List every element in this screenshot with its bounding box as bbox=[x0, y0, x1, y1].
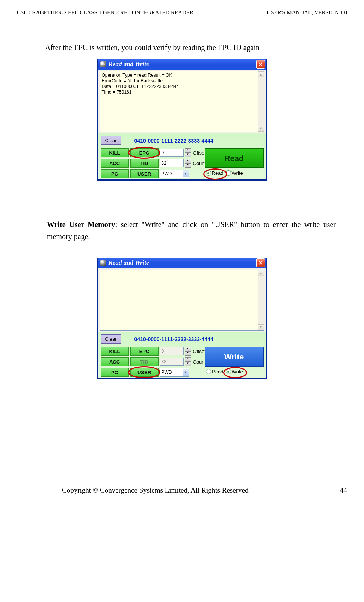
offset-input[interactable] bbox=[160, 149, 184, 157]
offset-input bbox=[160, 347, 184, 355]
result-line: Time = 759161 bbox=[102, 89, 257, 95]
radio-read-label: Read bbox=[212, 170, 224, 176]
count-spinner: ▲▼ bbox=[185, 357, 191, 366]
result-line: ErrorCode = NoTagBackscatter bbox=[102, 78, 257, 84]
radio-write-label: Write bbox=[232, 369, 243, 375]
radio-write-label: Write bbox=[232, 170, 243, 176]
scroll-up-icon[interactable]: ▲ bbox=[258, 270, 264, 276]
header-divider bbox=[17, 17, 347, 17]
user-button[interactable]: USER bbox=[130, 169, 159, 178]
pwd-dropdown[interactable]: PWD ▼ bbox=[160, 368, 189, 377]
epc-id-display: 0410-0000-1111-2222-3333-4444 bbox=[134, 336, 213, 342]
close-button[interactable]: ✕ bbox=[256, 60, 265, 69]
radio-write[interactable]: Write bbox=[226, 369, 243, 375]
write-user-bold: Write User Memory bbox=[47, 220, 115, 229]
screenshot-write: Read and Write ✕ ▲ ▼ Clear 0410-0000-111… bbox=[97, 258, 267, 379]
app-icon bbox=[100, 260, 106, 266]
result-textarea[interactable]: ▲ ▼ bbox=[100, 270, 264, 331]
scroll-up-icon[interactable]: ▲ bbox=[258, 71, 264, 77]
footer-copyright: Copyright © Convergence Systems Limited,… bbox=[62, 486, 248, 494]
write-big-button[interactable]: Write bbox=[205, 347, 264, 367]
radio-write[interactable]: Write bbox=[226, 170, 243, 176]
read-big-button[interactable]: Read bbox=[205, 148, 264, 168]
count-label: Count bbox=[193, 161, 206, 166]
close-button[interactable]: ✕ bbox=[256, 258, 265, 267]
pc-button[interactable]: PC bbox=[101, 169, 129, 178]
control-panel: Clear 0410-0000-1111-2222-3333-4444 KILL… bbox=[98, 332, 266, 378]
paragraph-verify: After the EPC is written, you could veri… bbox=[45, 41, 336, 53]
window-title: Read and Write bbox=[109, 61, 256, 68]
paragraph-write-user: Write User Memory: select "Write" and cl… bbox=[47, 218, 336, 243]
window-title: Read and Write bbox=[109, 259, 256, 267]
app-icon bbox=[100, 61, 106, 67]
count-label: Count bbox=[193, 359, 206, 365]
pwd-dropdown[interactable]: PWD ▼ bbox=[160, 170, 189, 178]
radio-read[interactable]: Read bbox=[206, 170, 224, 176]
tid-button[interactable]: TID bbox=[130, 159, 159, 168]
dropdown-value: PWD bbox=[162, 171, 172, 176]
kill-button[interactable]: KILL bbox=[101, 347, 129, 356]
chevron-down-icon: ▼ bbox=[183, 369, 189, 376]
count-input bbox=[160, 358, 184, 366]
kill-button[interactable]: KILL bbox=[101, 148, 129, 157]
offset-label: Offset bbox=[193, 150, 206, 156]
control-panel: Clear 0410-0000-1111-2222-3333-4444 KILL… bbox=[98, 133, 266, 179]
offset-label: Offset bbox=[193, 349, 206, 354]
header-left: CSL CS203ETHER-2 EPC CLASS 1 GEN 2 RFID … bbox=[17, 9, 193, 16]
epc-button[interactable]: EPC bbox=[130, 148, 159, 157]
offset-spinner[interactable]: ▲▼ bbox=[185, 148, 191, 157]
count-input[interactable] bbox=[160, 159, 184, 167]
dropdown-value: PWD bbox=[162, 370, 172, 375]
result-textarea[interactable]: Operation Type = read Result = OK ErrorC… bbox=[100, 71, 264, 132]
close-icon: ✕ bbox=[258, 61, 263, 67]
header-right: USER'S MANUAL, VERSION 1.0 bbox=[267, 9, 347, 16]
radio-read-label: Read bbox=[212, 369, 224, 375]
footer-page-number: 44 bbox=[340, 486, 347, 494]
clear-button[interactable]: Clear bbox=[101, 136, 121, 145]
tid-button[interactable]: TID bbox=[130, 357, 159, 366]
epc-button[interactable]: EPC bbox=[130, 347, 159, 356]
pc-button[interactable]: PC bbox=[101, 368, 129, 377]
chevron-down-icon: ▼ bbox=[183, 170, 189, 177]
result-line: Data = 0410000011112222233334444 bbox=[102, 84, 257, 89]
result-line: Operation Type = read Result = OK bbox=[102, 73, 257, 78]
screenshot-read: Read and Write ✕ Operation Type = read R… bbox=[97, 59, 267, 181]
window-titlebar: Read and Write ✕ bbox=[98, 258, 266, 268]
clear-button[interactable]: Clear bbox=[101, 334, 121, 344]
offset-spinner: ▲▼ bbox=[185, 347, 191, 356]
user-button[interactable]: USER bbox=[130, 368, 159, 377]
scroll-down-icon[interactable]: ▼ bbox=[258, 126, 264, 132]
acc-button[interactable]: ACC bbox=[101, 159, 129, 168]
scroll-down-icon[interactable]: ▼ bbox=[258, 324, 264, 330]
window-titlebar: Read and Write ✕ bbox=[98, 59, 266, 70]
count-spinner[interactable]: ▲▼ bbox=[185, 159, 191, 168]
scrollbar[interactable]: ▲ ▼ bbox=[258, 71, 264, 132]
scrollbar[interactable]: ▲ ▼ bbox=[258, 270, 264, 330]
close-icon: ✕ bbox=[258, 260, 263, 266]
radio-read[interactable]: Read bbox=[206, 369, 224, 375]
epc-id-display: 0410-0000-1111-2222-3333-4444 bbox=[134, 138, 213, 144]
acc-button[interactable]: ACC bbox=[101, 357, 129, 366]
